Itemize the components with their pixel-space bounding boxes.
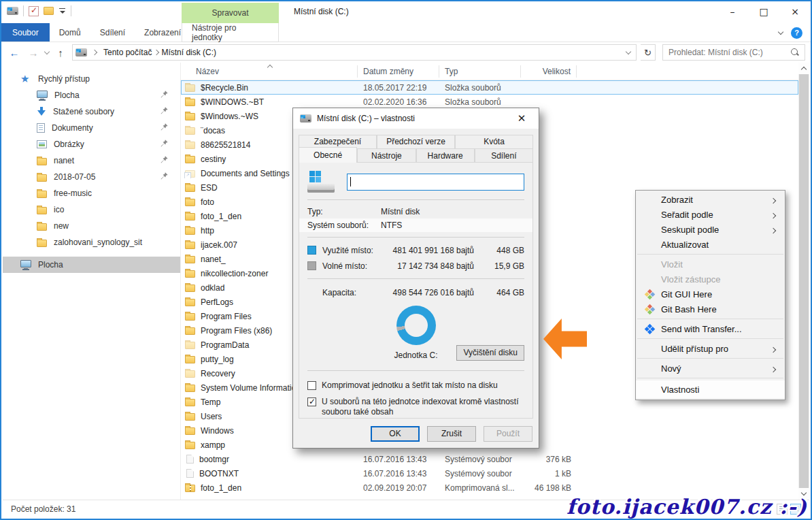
folder-icon bbox=[185, 356, 195, 363]
dialog-close-icon[interactable]: ✕ bbox=[511, 112, 532, 125]
file-row-bootmgr[interactable]: bootmgr16.07.2016 13:43Systémový soubor3… bbox=[181, 452, 798, 466]
volume-label-input[interactable] bbox=[347, 174, 524, 191]
folder-icon bbox=[185, 84, 195, 92]
file-name: Program Files bbox=[201, 312, 252, 321]
column-header-size[interactable]: Velikost bbox=[521, 65, 577, 78]
file-row-foto-1-den[interactable]: foto_1_den02.09.2019 20:07Komprimovaná s… bbox=[181, 481, 798, 495]
system-file-icon bbox=[186, 455, 194, 464]
git-glyph bbox=[644, 289, 655, 299]
up-icon[interactable]: ↑ bbox=[53, 47, 68, 59]
breadcrumb[interactable]: Tento počítačMístní disk (C:) bbox=[72, 44, 637, 61]
context-menu-item-vlastnosti[interactable]: Vlastnosti bbox=[636, 380, 785, 398]
vertical-scrollbar[interactable] bbox=[798, 63, 809, 500]
ribbon-tab-nastroje-pro-jednotky[interactable]: Nástroje pro jednotky bbox=[182, 23, 279, 42]
sidebar-item-label: Stažené soubory bbox=[53, 107, 114, 116]
dialog-tab-p-edchoz-verze[interactable]: Předchozí verze bbox=[377, 135, 455, 148]
file-name: PerfLogs bbox=[201, 297, 233, 307]
capacity-gb: 464 GB bbox=[485, 288, 524, 297]
ok-button[interactable]: OK bbox=[371, 426, 420, 442]
context-menu-item-git-bash-here[interactable]: Git Bash Here bbox=[636, 302, 785, 316]
collapse-ribbon-chevron-icon[interactable] bbox=[778, 29, 783, 34]
ribbon-tab-soubor[interactable]: Soubor bbox=[1, 23, 50, 42]
maximize-button[interactable]: □ bbox=[748, 1, 779, 22]
file-name: Program Files (x86) bbox=[201, 326, 272, 336]
file-name: $WINDOWS.~BT bbox=[201, 97, 264, 107]
file-row-windows-bt[interactable]: $WINDOWS.~BT02.02.2020 16:36Složka soubo… bbox=[181, 95, 798, 109]
file-row-recycle-bin[interactable]: $Recycle.Bin18.05.2017 22:19Složka soubo… bbox=[181, 80, 798, 95]
dialog-tab-obecn[interactable]: Obecné bbox=[299, 147, 357, 163]
file-date: 18.05.2017 22:19 bbox=[358, 83, 439, 93]
sidebar-item-new[interactable]: new bbox=[3, 218, 180, 234]
context-menu-item-seskupit-podle[interactable]: Seskupit podle bbox=[636, 222, 785, 237]
sidebar-item-free-music[interactable]: free-music bbox=[3, 185, 180, 201]
menu-item-label: Git Bash Here bbox=[661, 304, 771, 314]
compress-checkbox[interactable] bbox=[307, 381, 316, 390]
folder-icon bbox=[185, 227, 195, 235]
context-menu-item-git-gui-here[interactable]: Git GUI Here bbox=[636, 287, 785, 302]
dialog-tab-kv-ta[interactable]: Kvóta bbox=[455, 135, 533, 148]
context-menu-item-se-adit-podle[interactable]: Seřadit podle bbox=[636, 207, 785, 222]
sidebar-item-dokumenty[interactable]: Dokumenty bbox=[3, 120, 180, 136]
context-menu-item-send-with-transfer[interactable]: Send with Transfer... bbox=[636, 321, 785, 336]
sidebar-item-zalohovani-synology-sit[interactable]: zalohovani_synology_sit bbox=[3, 234, 180, 250]
chevron-right-icon[interactable] bbox=[154, 50, 159, 55]
sidebar-item-nanet[interactable]: nanet bbox=[3, 152, 180, 169]
help-icon[interactable]: ? bbox=[791, 27, 802, 39]
close-button[interactable]: × bbox=[779, 1, 811, 22]
chevron-right-icon[interactable] bbox=[92, 50, 97, 55]
folder-icon bbox=[185, 199, 195, 206]
folder-icon bbox=[37, 191, 47, 198]
search-icon[interactable] bbox=[791, 48, 799, 56]
git-icon bbox=[643, 291, 656, 298]
file-name: nanet_ bbox=[201, 255, 226, 264]
context-menu-item-ud-lit-p-stup-pro[interactable]: Udělit přístup pro bbox=[636, 341, 785, 356]
cancel-button[interactable]: Zrušit bbox=[427, 426, 476, 442]
file-type: Složka souborů bbox=[439, 97, 521, 107]
file-date: 02.02.2020 16:36 bbox=[358, 97, 439, 107]
sidebar-item-sta-en-soubory[interactable]: Stažené soubory bbox=[3, 103, 180, 120]
column-header-date[interactable]: Datum změny bbox=[358, 65, 439, 78]
new-folder-icon[interactable] bbox=[44, 7, 54, 15]
ribbon-tab-sd-len[interactable]: Sdílení bbox=[90, 23, 135, 42]
folder-icon bbox=[185, 256, 195, 263]
ribbon-contextual-header[interactable]: Spravovat bbox=[182, 3, 279, 23]
sidebar-item-plocha-root[interactable]: Plocha bbox=[3, 257, 180, 273]
dialog-tab-zabezpe-en[interactable]: Zabezpečení bbox=[299, 135, 377, 148]
file-name: Users bbox=[201, 412, 222, 421]
quick-access-toolbar bbox=[7, 5, 71, 16]
minimize-button[interactable]: – bbox=[717, 1, 748, 22]
context-menu-item-aktualizovat[interactable]: Aktualizovat bbox=[636, 237, 785, 252]
breadcrumb-item-m-stn-disk-c[interactable]: Místní disk (C:) bbox=[160, 48, 218, 57]
customize-toolbar-chevron[interactable] bbox=[58, 7, 66, 14]
scrollbar-thumb[interactable] bbox=[799, 74, 809, 488]
sidebar-group-quick-access[interactable]: ★ Rychlý přístup bbox=[3, 71, 180, 87]
dialog-tab-sd-len[interactable]: Sdílení bbox=[475, 148, 533, 163]
disk-cleanup-button[interactable]: Vyčištění disku bbox=[456, 345, 524, 361]
folder-icon bbox=[185, 184, 195, 192]
scroll-up-icon[interactable] bbox=[798, 63, 809, 74]
column-header-type[interactable]: Typ bbox=[439, 65, 521, 78]
address-dropdown-chevron-icon[interactable] bbox=[626, 48, 631, 54]
sidebar-item-obr-zky[interactable]: Obrázky bbox=[3, 136, 180, 152]
dialog-tab-n-stroje[interactable]: Nástroje bbox=[357, 148, 416, 163]
free-space-gb: 15,9 GB bbox=[485, 261, 524, 271]
dropbox-icon bbox=[643, 325, 656, 333]
breadcrumb-item-tento-po-ta[interactable]: Tento počítač bbox=[102, 48, 153, 57]
index-checkbox[interactable] bbox=[307, 397, 316, 406]
ribbon-tab-dom[interactable]: Domů bbox=[50, 23, 90, 42]
dialog-tab-hardware[interactable]: Hardware bbox=[416, 148, 475, 163]
file-row-bootnxt[interactable]: BOOTNXT16.07.2016 13:43Systémový soubor1… bbox=[181, 466, 798, 481]
context-menu-item-nov[interactable]: Nový bbox=[636, 361, 785, 376]
sidebar-item-2018-07-05[interactable]: 2018-07-05 bbox=[3, 169, 180, 185]
back-icon[interactable]: ← bbox=[7, 47, 22, 59]
properties-check-icon[interactable] bbox=[29, 6, 39, 16]
free-space-swatch bbox=[307, 261, 316, 270]
history-chevron-icon[interactable] bbox=[44, 48, 50, 54]
context-menu-item-zobrazit[interactable]: Zobrazit bbox=[636, 192, 785, 207]
refresh-icon[interactable]: ↻ bbox=[641, 44, 656, 61]
sidebar-item-plocha[interactable]: Plocha bbox=[3, 87, 180, 103]
file-name-cell: $Recycle.Bin bbox=[181, 83, 358, 93]
drive-icon bbox=[300, 114, 311, 123]
search-input[interactable]: Prohledat: Místní disk (C:) bbox=[662, 44, 805, 61]
sidebar-item-ico[interactable]: ico bbox=[3, 201, 180, 218]
